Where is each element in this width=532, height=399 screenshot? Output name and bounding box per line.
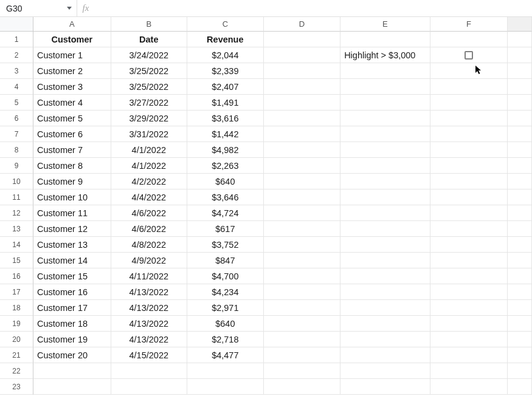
cell-empty[interactable] (264, 363, 341, 379)
row-header-11[interactable]: 11 (0, 189, 33, 205)
cell-customer[interactable]: Customer 5 (33, 111, 111, 126)
cell-empty[interactable] (508, 284, 532, 300)
cell-empty[interactable] (264, 284, 341, 300)
cell-highlight-label[interactable]: Highlight > $3,000 (340, 47, 430, 63)
cell-empty[interactable] (187, 379, 264, 395)
cell-empty[interactable] (264, 111, 341, 126)
cell-date[interactable]: 3/24/2022 (111, 47, 188, 63)
formula-input[interactable] (94, 0, 532, 16)
cell-empty[interactable] (340, 111, 430, 126)
column-header-B[interactable]: B (111, 17, 188, 32)
cell-revenue[interactable]: $4,700 (187, 268, 264, 284)
cell-empty[interactable] (508, 95, 532, 111)
cell-header-customer[interactable]: Customer (33, 32, 111, 47)
cell-empty[interactable] (340, 300, 430, 316)
cell-empty[interactable] (264, 300, 341, 316)
cell-empty[interactable] (430, 32, 508, 47)
cell-empty[interactable] (264, 316, 341, 332)
cell-empty[interactable] (340, 221, 430, 237)
cell-revenue[interactable]: $1,442 (187, 126, 264, 142)
cell-empty[interactable] (508, 332, 532, 347)
row-header-15[interactable]: 15 (0, 253, 33, 268)
highlight-checkbox[interactable] (465, 51, 473, 60)
cell-date[interactable]: 4/6/2022 (111, 205, 188, 221)
cell-empty[interactable] (508, 221, 532, 237)
cell-revenue[interactable]: $640 (187, 174, 264, 189)
cell-revenue[interactable]: $2,044 (187, 47, 264, 63)
cell-customer[interactable]: Customer 14 (33, 253, 111, 268)
row-header-18[interactable]: 18 (0, 300, 33, 316)
row-header-23[interactable]: 23 (0, 379, 33, 395)
cell-empty[interactable] (264, 126, 341, 142)
cell-empty[interactable] (430, 332, 508, 347)
cell-empty[interactable] (430, 174, 508, 189)
cell-empty[interactable] (430, 63, 508, 79)
row-header-13[interactable]: 13 (0, 221, 33, 237)
cell-empty[interactable] (430, 347, 508, 363)
cell-date[interactable]: 4/4/2022 (111, 189, 188, 205)
cell-empty[interactable] (340, 347, 430, 363)
cell-revenue[interactable]: $617 (187, 221, 264, 237)
cell-empty[interactable] (264, 221, 341, 237)
cell-revenue[interactable]: $4,982 (187, 142, 264, 158)
cell-empty[interactable] (340, 268, 430, 284)
cell-empty[interactable] (340, 284, 430, 300)
cell-empty[interactable] (508, 174, 532, 189)
cell-customer[interactable]: Customer 20 (33, 347, 111, 363)
cell-empty[interactable] (508, 363, 532, 379)
row-header-17[interactable]: 17 (0, 284, 33, 300)
cell-revenue[interactable]: $2,263 (187, 158, 264, 174)
cell-empty[interactable] (264, 32, 341, 47)
row-header-7[interactable]: 7 (0, 126, 33, 142)
cell-empty[interactable] (508, 300, 532, 316)
row-header-22[interactable]: 22 (0, 363, 33, 379)
cell-empty[interactable] (508, 189, 532, 205)
cell-empty[interactable] (264, 253, 341, 268)
cell-date[interactable]: 4/15/2022 (111, 347, 188, 363)
cell-empty[interactable] (430, 316, 508, 332)
cell-empty[interactable] (111, 379, 188, 395)
cell-empty[interactable] (340, 363, 430, 379)
cell-date[interactable]: 4/11/2022 (111, 268, 188, 284)
cell-empty[interactable] (340, 332, 430, 347)
cell-customer[interactable]: Customer 19 (33, 332, 111, 347)
cell-customer[interactable]: Customer 1 (33, 47, 111, 63)
cell-empty[interactable] (340, 189, 430, 205)
column-header-extra[interactable] (508, 17, 532, 32)
cell-empty[interactable] (430, 379, 508, 395)
row-header-3[interactable]: 3 (0, 63, 33, 79)
column-header-D[interactable]: D (264, 17, 341, 32)
cell-empty[interactable] (508, 316, 532, 332)
cell-revenue[interactable]: $640 (187, 316, 264, 332)
cell-empty[interactable] (430, 237, 508, 253)
cell-empty[interactable] (33, 363, 111, 379)
cell-empty[interactable] (508, 158, 532, 174)
cell-revenue[interactable]: $3,646 (187, 189, 264, 205)
row-header-10[interactable]: 10 (0, 174, 33, 189)
cell-empty[interactable] (430, 284, 508, 300)
cell-date[interactable]: 4/6/2022 (111, 221, 188, 237)
cell-revenue[interactable]: $2,339 (187, 63, 264, 79)
cell-empty[interactable] (508, 111, 532, 126)
cell-revenue[interactable]: $1,491 (187, 95, 264, 111)
cell-empty[interactable] (340, 95, 430, 111)
cell-customer[interactable]: Customer 17 (33, 300, 111, 316)
cell-checkbox[interactable] (430, 47, 508, 63)
cell-empty[interactable] (340, 126, 430, 142)
cell-revenue[interactable]: $3,752 (187, 237, 264, 253)
cell-empty[interactable] (340, 253, 430, 268)
cell-empty[interactable] (430, 189, 508, 205)
cell-empty[interactable] (111, 363, 188, 379)
cell-date[interactable]: 3/25/2022 (111, 79, 188, 95)
cell-empty[interactable] (264, 95, 341, 111)
column-header-E[interactable]: E (340, 17, 430, 32)
cell-date[interactable]: 4/1/2022 (111, 158, 188, 174)
cell-date[interactable]: 4/13/2022 (111, 316, 188, 332)
column-header-C[interactable]: C (187, 17, 264, 32)
cell-date[interactable]: 3/31/2022 (111, 126, 188, 142)
cell-customer[interactable]: Customer 8 (33, 158, 111, 174)
cell-customer[interactable]: Customer 4 (33, 95, 111, 111)
cell-empty[interactable] (264, 332, 341, 347)
cell-empty[interactable] (430, 126, 508, 142)
cell-empty[interactable] (264, 47, 341, 63)
